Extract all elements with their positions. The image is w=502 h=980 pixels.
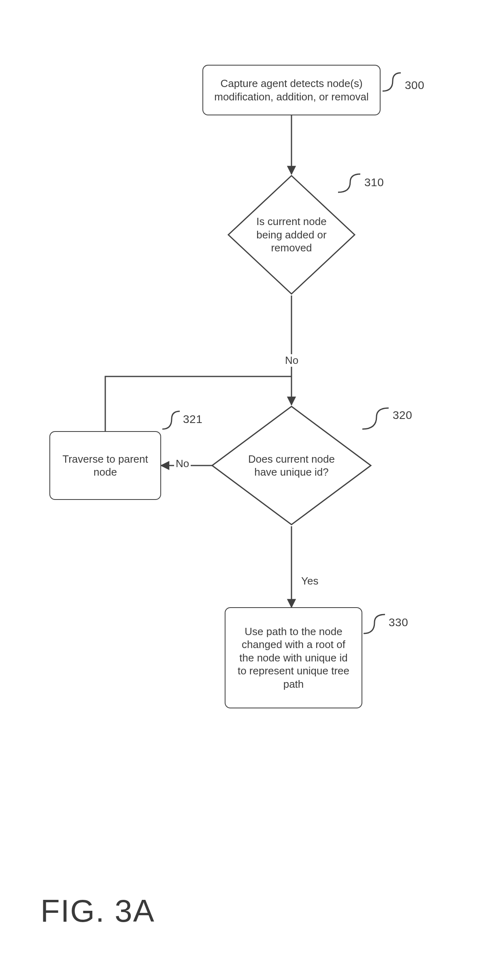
- ref-leader-icon: [381, 71, 405, 95]
- edge-label-no: No: [283, 354, 300, 367]
- decision-text: Does current node have unique id?: [243, 453, 340, 479]
- ref-number-320: 320: [393, 409, 412, 422]
- edge-label-yes: Yes: [300, 575, 320, 587]
- edge-label-no: No: [174, 457, 191, 470]
- process-detect-node-change: Capture agent detects node(s) modificati…: [202, 65, 381, 115]
- ref-number-300: 300: [405, 79, 424, 92]
- process-text: Capture agent detects node(s) modificati…: [211, 77, 372, 103]
- ref-number-310: 310: [364, 176, 384, 189]
- ref-leader-icon: [362, 611, 390, 638]
- flowchart-canvas: Capture agent detects node(s) modificati…: [0, 0, 502, 980]
- ref-number-321: 321: [183, 413, 202, 426]
- decision-has-unique-id: Does current node have unique id?: [211, 405, 372, 526]
- figure-label: FIG. 3A: [40, 893, 155, 929]
- process-traverse-parent: Traverse to parent node: [49, 431, 161, 500]
- ref-leader-icon: [160, 409, 185, 433]
- ref-number-330: 330: [389, 616, 408, 629]
- process-text: Traverse to parent node: [58, 453, 152, 479]
- process-use-path: Use path to the node changed with a root…: [225, 607, 362, 708]
- decision-text: Is current node being added or removed: [246, 215, 337, 255]
- decision-add-or-remove: Is current node being added or removed: [227, 174, 356, 295]
- process-text: Use path to the node changed with a root…: [234, 625, 353, 691]
